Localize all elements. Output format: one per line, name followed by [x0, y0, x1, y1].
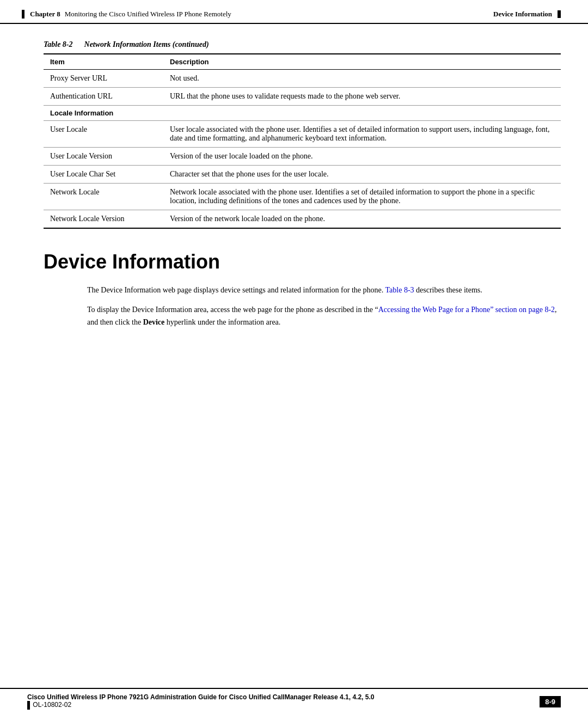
page-header: Chapter 8 Monitoring the Cisco Unified W…: [0, 0, 588, 24]
table-cell-item: Network Locale: [44, 184, 163, 210]
section-heading: Device Information: [44, 251, 561, 273]
table-row: Proxy Server URLNot used.: [44, 70, 561, 88]
para2-link[interactable]: Accessing the Web Page for a Phone” sect…: [378, 306, 555, 314]
header-section-title: Device Information: [493, 10, 552, 19]
footer-right: 8-9: [540, 696, 561, 707]
table-cell-desc: Not used.: [163, 70, 561, 88]
para2-start: To display the Device Information area, …: [87, 306, 378, 314]
table-cell-item: Proxy Server URL: [44, 70, 163, 88]
para2-bold: Device: [143, 318, 165, 326]
table-cell-item: User Locale Char Set: [44, 166, 163, 184]
table-header-row: Item Description: [44, 54, 561, 70]
para1-link[interactable]: Table 8-3: [385, 286, 414, 294]
section-header-cell: Locale Information: [44, 106, 561, 121]
table-cell-item: User Locale Version: [44, 148, 163, 166]
footer-ol: OL-10802-02: [27, 701, 374, 710]
page-container: Chapter 8 Monitoring the Cisco Unified W…: [0, 0, 588, 714]
page-footer: Cisco Unified Wireless IP Phone 7921G Ad…: [0, 688, 588, 714]
table-cell-desc: Network locale associated with the phone…: [163, 184, 561, 210]
table-row: User Locale VersionVersion of the user l…: [44, 148, 561, 166]
footer-left-bar: [27, 701, 30, 710]
table-row: Locale Information: [44, 106, 561, 121]
table-row: User Locale Char SetCharacter set that t…: [44, 166, 561, 184]
table-cell-item: Network Locale Version: [44, 210, 163, 229]
para1-after-link: describes these items.: [414, 286, 482, 294]
footer-page-number: 8-9: [540, 696, 561, 707]
table-cell-desc: Version of the network locale loaded on …: [163, 210, 561, 229]
footer-book-title: Cisco Unified Wireless IP Phone 7921G Ad…: [27, 693, 374, 701]
col-item-header: Item: [44, 54, 163, 70]
info-table: Item Description Proxy Server URLNot use…: [44, 53, 561, 229]
header-left-bar: [22, 10, 24, 19]
header-left: Chapter 8 Monitoring the Cisco Unified W…: [22, 10, 231, 19]
table-cell-item: User Locale: [44, 121, 163, 148]
header-right: Device Information: [493, 10, 561, 19]
col-desc-header: Description: [163, 54, 561, 70]
table-cell-desc: User locale associated with the phone us…: [163, 121, 561, 148]
header-right-bar: [558, 10, 561, 18]
table-title: Network Information Items (continued): [84, 40, 209, 48]
table-row: Authentication URLURL that the phone use…: [44, 88, 561, 106]
table-cell-desc: URL that the phone uses to validate requ…: [163, 88, 561, 106]
footer-left-col: Cisco Unified Wireless IP Phone 7921G Ad…: [27, 693, 374, 710]
table-row: Network Locale VersionVersion of the net…: [44, 210, 561, 229]
table-number: Table 8-2: [44, 40, 73, 48]
para1-before-link: The Device Information web page displays…: [87, 286, 385, 294]
main-content: Table 8-2 Network Information Items (con…: [0, 24, 588, 358]
table-cell-item: Authentication URL: [44, 88, 163, 106]
chapter-label: Chapter 8: [30, 10, 60, 19]
para2-final: hyperlink under the information area.: [164, 318, 280, 326]
table-caption: Table 8-2 Network Information Items (con…: [44, 40, 561, 49]
footer-ol-number: OL-10802-02: [33, 701, 71, 709]
para2: To display the Device Information area, …: [87, 304, 561, 328]
table-row: User LocaleUser locale associated with t…: [44, 121, 561, 148]
section-body: The Device Information web page displays…: [44, 284, 561, 328]
table-cell-desc: Character set that the phone uses for th…: [163, 166, 561, 184]
para1: The Device Information web page displays…: [87, 284, 561, 296]
table-row: Network LocaleNetwork locale associated …: [44, 184, 561, 210]
table-cell-desc: Version of the user locale loaded on the…: [163, 148, 561, 166]
chapter-title: Monitoring the Cisco Unified Wireless IP…: [65, 10, 231, 19]
